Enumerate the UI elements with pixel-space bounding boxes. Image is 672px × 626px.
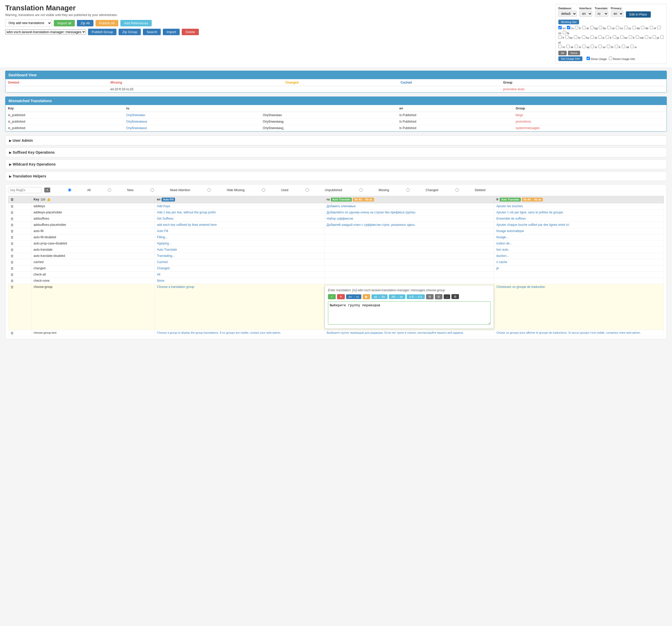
mismatch-row2-group[interactable]: promotions	[513, 118, 667, 125]
set-usage-info-button[interactable]: Set Usage Info	[558, 56, 584, 61]
translation-helpers-section[interactable]: ▶ Translation Helpers	[5, 171, 667, 181]
group-select[interactable]: wbn:vsch.laravel-translation-manager::me…	[5, 29, 86, 34]
lang-checkbox-el[interactable]: el	[650, 27, 656, 30]
publish-all-button[interactable]: Publish All	[96, 20, 118, 26]
working-set-button[interactable]: Working Set	[558, 20, 579, 24]
delete-button[interactable]: Delete	[182, 29, 199, 35]
row-en-cached[interactable]: Cached	[155, 259, 325, 265]
lang-checkbox-fi[interactable]: fi	[558, 36, 564, 39]
popup-ab-ab-button[interactable]: ab → Ab	[371, 294, 387, 299]
autotranslate-fr-badge[interactable]: Auto Translate	[500, 198, 521, 201]
row-en-choose-group[interactable]: Choose a translation group	[155, 284, 325, 330]
lang-checkbox-da[interactable]: da	[632, 27, 640, 30]
lang-checkbox-sk[interactable]: sk	[567, 46, 573, 49]
row-ru-auto-fill[interactable]	[325, 228, 494, 234]
filter-missing[interactable]: Missing	[344, 188, 389, 192]
lang-checkbox-hu[interactable]: hu	[582, 36, 589, 39]
lang-checkbox-he[interactable]: he	[565, 36, 573, 39]
autofill-badge[interactable]: Auto Fill	[162, 198, 175, 201]
popup-en-ru-button[interactable]: en → ru	[346, 294, 361, 299]
show-usage-checkbox-label[interactable]: Show Usage	[586, 57, 607, 60]
translation-mode-select[interactable]: Only add new translations	[5, 19, 52, 27]
popup-down-button[interactable]: ↓	[444, 294, 450, 299]
row-trash-check-all[interactable]: 🗑	[8, 271, 31, 278]
wildcard-key-section[interactable]: ▶ Wildcard Key Operations	[5, 159, 667, 169]
row-fr-auto-fill-d[interactable]: lissage...	[494, 234, 664, 240]
row-ru-addkeys-ph[interactable]: Добавляйте по одному ключу на строке без…	[325, 209, 494, 216]
row-trash-changed[interactable]: 🗑	[8, 265, 31, 271]
mismatch-row2-ru[interactable]: Опубликована	[123, 118, 260, 125]
row-ru-choose-group-text[interactable]: Выберите группу переводов для редакции. …	[325, 330, 494, 336]
row-fr-auto-translate-d[interactable]: duction...	[494, 253, 664, 259]
popup-AB-Ab-button[interactable]: A B → A b	[407, 294, 425, 299]
lang-checkbox-nl[interactable]: nl	[645, 36, 651, 39]
zip-group-button[interactable]: Zip Group	[119, 29, 141, 35]
row-fr-addkeys-ph[interactable]: Ajouter 1 clé par ligne, sans le préfixe…	[494, 209, 664, 216]
lang-checkbox-ko[interactable]: ko	[620, 36, 627, 39]
reset-usage-checkbox-label[interactable]: Reset Usage Info	[609, 57, 635, 60]
popup-play-button[interactable]: ▶	[363, 294, 370, 299]
lang-checkbox-th[interactable]: th	[607, 46, 613, 49]
lang-checkbox-id[interactable]: id	[591, 36, 597, 39]
autotranslate-ru-badge[interactable]: Auto Translate	[331, 198, 352, 201]
clear-regex-button[interactable]: ✕	[44, 187, 50, 193]
row-en-auto-translate[interactable]: Auto Translate	[155, 247, 325, 253]
row-ru-changed[interactable]	[325, 265, 494, 271]
database-select[interactable]: default	[558, 10, 577, 17]
lang-checkbox-bg[interactable]: bg	[590, 27, 597, 30]
filter-hide-missing[interactable]: Hide Missing	[192, 188, 245, 192]
lang-checkbox-fr[interactable]: fr	[575, 27, 581, 30]
filter-changed[interactable]: Changed	[391, 188, 438, 192]
row-en-check-all[interactable]: All	[155, 271, 325, 278]
interface-select[interactable]: en	[579, 10, 592, 17]
popup-copy1-button[interactable]: ⧉	[426, 294, 434, 299]
import-all-button[interactable]: Import all	[54, 20, 75, 26]
mismatch-row3-ru[interactable]: Опубликовано	[123, 125, 260, 131]
row-trash-choose-group[interactable]: 🗑	[8, 284, 31, 330]
header-like-icon[interactable]: 👍	[47, 198, 50, 201]
row-fr-auto-translate[interactable]: tion auto.	[494, 247, 664, 253]
dashboard-group[interactable]: promotion-texts	[500, 86, 667, 92]
user-admin-section[interactable]: ▶ User Admin	[5, 135, 667, 145]
lang-checkbox-sq[interactable]: sq	[582, 46, 590, 49]
row-trash-auto-prop[interactable]: 🗑	[8, 240, 31, 247]
row-fr-auto-fill[interactable]: lissage automatique	[494, 228, 664, 234]
lang-checkbox-ar[interactable]: ar	[582, 27, 589, 30]
filter-deleted[interactable]: Deleted	[440, 188, 485, 192]
header-trash-icon[interactable]: 🗑	[10, 198, 14, 201]
key-regex-input[interactable]	[8, 187, 42, 193]
row-ru-auto-prop[interactable]	[325, 240, 494, 247]
lang-checkbox-de[interactable]: de	[641, 27, 648, 30]
mismatch-row3-group[interactable]: systemmessages	[513, 125, 667, 131]
row-ru-addsuffixes-ph[interactable]: Добавляй каждый ключ с суффиксом строк, …	[325, 222, 494, 228]
row-en-changed[interactable]: Changed	[155, 265, 325, 271]
publish-group-button[interactable]: Publish Group	[88, 29, 117, 35]
lang-checkbox-uk[interactable]: uk	[622, 46, 629, 49]
row-fr-choose-group-text[interactable]: Choisir un groupe pour afficher le group…	[494, 330, 664, 336]
search-button[interactable]: Search	[143, 29, 161, 35]
lang-checkbox-bs[interactable]: bs	[599, 27, 606, 30]
lang-checkbox-pl[interactable]: pl	[653, 36, 659, 39]
add-references-button[interactable]: Add References	[120, 20, 152, 26]
row-en-choose-group-text[interactable]: Choose a group to display the group tran…	[155, 330, 325, 336]
lang-checkbox-ru[interactable]: ru	[567, 27, 574, 30]
primary-select[interactable]: en	[611, 10, 623, 17]
abab-ru-badge[interactable]: Ab Ab→ Ab ab	[353, 198, 374, 201]
row-en-auto-translate-d[interactable]: Translating...	[155, 253, 325, 259]
lang-checkbox-sr[interactable]: sr	[591, 46, 597, 49]
translate-select[interactable]: ru	[595, 10, 608, 17]
row-trash-auto-translate[interactable]: 🗑	[8, 247, 31, 253]
lang-checkbox-vi[interactable]: vi	[630, 46, 637, 49]
popup-cancel-button[interactable]: ✕	[337, 294, 345, 299]
lang-checkbox-fa[interactable]: fa	[563, 31, 569, 35]
reset-usage-checkbox[interactable]	[609, 57, 612, 60]
lang-checkbox-mk[interactable]: mk	[636, 36, 644, 39]
edit-inplace-button[interactable]: Edit In-Place	[626, 11, 651, 18]
zip-all-button[interactable]: Zip All	[77, 20, 93, 26]
row-trash-addsuffixes-ph[interactable]: 🗑	[8, 222, 31, 228]
lang-checkbox-ca[interactable]: ca	[607, 27, 615, 30]
suffixed-key-section[interactable]: ▶ Suffixed Key Operations	[5, 147, 667, 157]
mismatch-row1-group[interactable]: blogs	[513, 112, 667, 118]
row-ru-check-all[interactable]	[325, 271, 494, 278]
row-trash-addsuffixes[interactable]: 🗑	[8, 216, 31, 222]
